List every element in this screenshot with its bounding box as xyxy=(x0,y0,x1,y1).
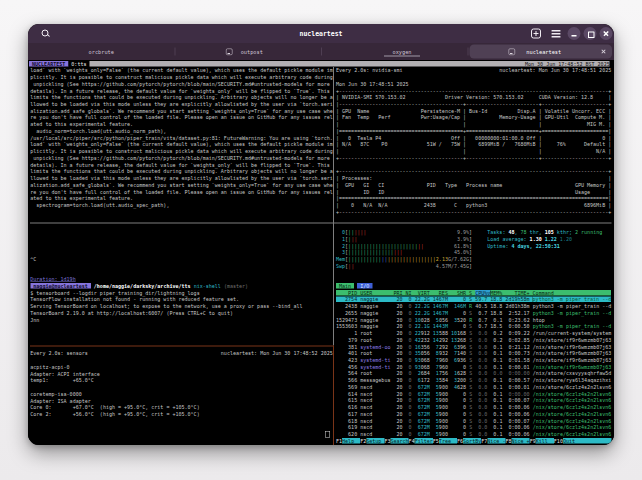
tab-oxygen[interactable]: oxygen xyxy=(321,43,468,60)
terminal-text: 0.1 xyxy=(487,351,502,357)
tab-outpost[interactable]: outpost xyxy=(175,43,322,60)
terminal-line: | | | N/A | xyxy=(336,148,611,155)
terminal-text: | 0 Tesla P4 Off | 00000000:01:00.0 Off … xyxy=(336,135,611,141)
terminal[interactable]: NUCLEARTEST 0:tts Mon 30 Jun 17:48:52 BS… xyxy=(28,60,614,445)
terminal-text: /nix/store/if9r6wmzmb07j63 xyxy=(533,344,612,350)
terminal-text: 0:00.01 xyxy=(502,384,529,390)
terminal-text: Serving TensorBoard on localhost; to exp… xyxy=(30,303,302,309)
terminal-text: nscd xyxy=(360,425,390,431)
terminal-line xyxy=(336,161,611,168)
terminal-text: 20 xyxy=(390,317,402,323)
terminal-text: 423 xyxy=(336,357,357,363)
terminal-text: | Fan Temp Perf Pwr:Usage/Cap | Memory-U… xyxy=(336,115,611,121)
terminal-text: 0:00.06 xyxy=(502,404,529,410)
terminal-text: /nix/store/if9r6wmzmb07j63 xyxy=(533,337,612,343)
terminal-text: | | | N/A | xyxy=(336,148,611,154)
tab-close-icon[interactable] xyxy=(600,48,607,55)
pane-border-vertical xyxy=(333,67,334,346)
terminal-text: 0.1 xyxy=(487,431,502,437)
terminal-text xyxy=(472,243,487,249)
terminal-line: 2[||||||||||||||||||||||||| 61.8%] Uptim… xyxy=(336,242,611,249)
terminal-text: | ID ID Usage | xyxy=(336,189,611,195)
terminal-text: /nix/store/6czlz4s2n2lsvn6 xyxy=(533,411,612,417)
terminal-text: Setup xyxy=(366,438,384,444)
pane-nvidia-smi[interactable]: Every 2.0s: nvidia-smi nucleartest: Mon … xyxy=(336,67,611,215)
terminal-text: 0 xyxy=(403,377,412,383)
terminal-line: 2438 naggie 20 0 22.2G 1467M 146M R 40.5… xyxy=(336,303,611,310)
pane-sensors[interactable]: Every 2.0s: sensors nucleartest: Mon Jun… xyxy=(30,350,332,417)
pane-htop[interactable]: 0[|||||| 9.9%] Tasks: 48, 78 thr, 105 kt… xyxy=(336,229,611,445)
terminal-text: $ tensorboard --logdir piper_training_di… xyxy=(30,290,199,296)
terminal-line: | 0 N/A N/A 2438 C python3 6896MiB | xyxy=(336,202,611,209)
terminal-text: 614 xyxy=(336,391,357,397)
menu-icon[interactable] xyxy=(552,30,561,38)
terminal-line: 1553603 naggie 20 0 22.1G 1443M 0 S 0.7 … xyxy=(336,323,611,330)
terminal-text: kthr xyxy=(554,229,569,235)
terminal-text: 672M xyxy=(412,404,430,410)
pane-tensorboard[interactable]: ^CDuration: 1d19h naggie@nucleartest /ho… xyxy=(30,229,302,323)
terminal-text: 912 xyxy=(421,330,430,336)
terminal-text: 1.22 xyxy=(545,236,560,242)
terminal-text: NUCLEARTEST xyxy=(29,61,68,67)
terminal-text xyxy=(472,229,487,235)
terminal-line: naggie@nucleartest /home/naggie/darksky/… xyxy=(30,283,302,290)
close-button[interactable] xyxy=(600,27,613,40)
terminal-text: systemd-oo xyxy=(360,344,390,350)
terminal-text: ||||||||||||||| xyxy=(348,250,393,256)
terminal-line: re you don't have full control of the lo… xyxy=(30,188,332,195)
terminal-line: 569 nscd 20 0 672M 5900 4628 S 0.0 0.1 0… xyxy=(336,384,611,391)
terminal-text: root xyxy=(360,351,390,357)
terminal-text: 20 xyxy=(390,364,402,370)
terminal-text xyxy=(366,229,457,235)
terminal-text: 0 xyxy=(403,371,412,377)
tab-divider xyxy=(175,48,176,56)
terminal-text: messagebus xyxy=(360,377,390,383)
terminal-text: 0.1 xyxy=(487,384,502,390)
terminal-text: 0 xyxy=(448,364,466,370)
terminal-line: +---------------------------------------… xyxy=(336,168,611,175)
terminal-line xyxy=(30,236,302,243)
terminal-text: 0.1 xyxy=(487,377,502,383)
terminal-text: 672M xyxy=(412,391,430,397)
terminal-text: 0:00.00 xyxy=(502,371,529,377)
terminal-text: 900 xyxy=(439,384,448,390)
terminal-line: ^C xyxy=(30,256,302,263)
terminal-text: naggie xyxy=(360,317,390,323)
terminal-text: details). In a future release, the defau… xyxy=(30,162,332,168)
terminal-text: 168 xyxy=(457,330,466,336)
minimize-button[interactable] xyxy=(568,27,581,40)
terminal-text: 0:00.50 xyxy=(502,324,529,330)
terminal-text: unpickling (See https://github.com/pytor… xyxy=(30,155,332,161)
terminal-text: /run/current-system/system xyxy=(533,330,612,336)
terminal-text: 0:23.62 xyxy=(502,317,529,323)
terminal-text: TensorFlow installation not found - runn… xyxy=(30,297,239,303)
terminal-line: +---------------------------------------… xyxy=(336,87,611,94)
terminal-line xyxy=(30,249,302,256)
maximize-button[interactable] xyxy=(584,27,597,40)
terminal-text: 672M xyxy=(412,411,430,417)
terminal-line: | ID ID Usage | xyxy=(336,188,611,195)
terminal-text: python3 -m piper_train --d xyxy=(533,324,612,330)
terminal-text: 900 xyxy=(439,425,448,431)
new-tab-button[interactable] xyxy=(531,29,541,39)
terminal-line: | | | MIG M. | xyxy=(336,121,611,128)
terminal-text: TensorBoard 2.19.0 at http://localhost:6… xyxy=(30,310,233,316)
terminal-text xyxy=(472,236,487,242)
terminal-text xyxy=(354,263,436,269)
terminal-text: 0 xyxy=(403,303,412,309)
tab-nucleartest[interactable]: nucleartest xyxy=(468,43,615,60)
tab-orcbrute[interactable]: orcbrute xyxy=(28,43,175,60)
terminal-text: alization.add_safe_globals`. We recommen… xyxy=(30,108,332,114)
terminal-text: ] xyxy=(469,263,472,269)
terminal-text: 615 xyxy=(336,398,357,404)
pane-train-log[interactable]: load` with `weights_only=False` (the cur… xyxy=(30,67,332,208)
terminal-line: Serving TensorBoard on localhost; to exp… xyxy=(30,303,302,310)
terminal-text: 0.0 xyxy=(472,418,487,424)
terminal-text: ] xyxy=(469,250,472,256)
terminal-line: Core 2: +56.0°C (high = +95.0°C, crit = … xyxy=(30,411,332,418)
terminal-text: 900 xyxy=(439,391,448,397)
terminal-line xyxy=(30,269,302,276)
terminal-line: 3[|||||||||||||||||| 45.0%] xyxy=(336,249,611,256)
terminal-line: Core 0: +67.0°C (high = +95.0°C, crit = … xyxy=(30,404,332,411)
terminal-text: systemd-ti xyxy=(360,364,390,370)
